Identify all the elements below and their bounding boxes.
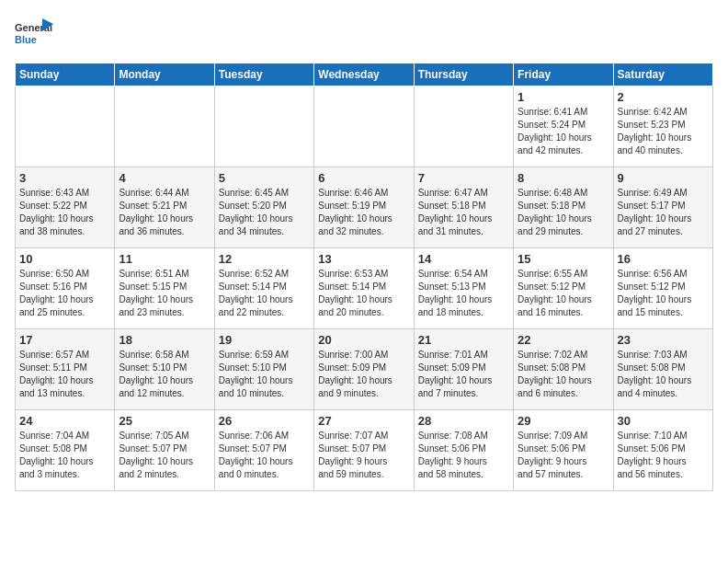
day-info: Sunrise: 6:56 AM Sunset: 5:12 PM Dayligh… [618, 268, 709, 319]
day-info: Sunrise: 6:52 AM Sunset: 5:14 PM Dayligh… [219, 268, 310, 319]
day-cell: 8Sunrise: 6:48 AM Sunset: 5:18 PM Daylig… [514, 167, 613, 248]
day-cell: 17Sunrise: 6:57 AM Sunset: 5:11 PM Dayli… [16, 329, 115, 410]
day-number: 26 [219, 414, 310, 428]
day-info: Sunrise: 7:01 AM Sunset: 5:09 PM Dayligh… [418, 349, 509, 400]
day-info: Sunrise: 7:05 AM Sunset: 5:07 PM Dayligh… [119, 430, 210, 481]
day-info: Sunrise: 6:58 AM Sunset: 5:10 PM Dayligh… [119, 349, 210, 400]
day-info: Sunrise: 6:42 AM Sunset: 5:23 PM Dayligh… [618, 106, 709, 157]
day-cell: 29Sunrise: 7:09 AM Sunset: 5:06 PM Dayli… [514, 410, 613, 491]
day-number: 29 [518, 414, 609, 428]
day-number: 22 [518, 333, 609, 347]
day-cell [214, 86, 313, 167]
day-cell: 21Sunrise: 7:01 AM Sunset: 5:09 PM Dayli… [414, 329, 513, 410]
day-info: Sunrise: 6:41 AM Sunset: 5:24 PM Dayligh… [518, 106, 609, 157]
day-number: 25 [119, 414, 210, 428]
day-cell: 12Sunrise: 6:52 AM Sunset: 5:14 PM Dayli… [214, 248, 313, 329]
day-info: Sunrise: 7:00 AM Sunset: 5:09 PM Dayligh… [318, 349, 409, 400]
day-cell [115, 86, 214, 167]
day-cell: 7Sunrise: 6:47 AM Sunset: 5:18 PM Daylig… [414, 167, 513, 248]
day-cell: 30Sunrise: 7:10 AM Sunset: 5:06 PM Dayli… [613, 410, 712, 491]
day-number: 9 [618, 171, 709, 185]
svg-text:Blue: Blue [15, 34, 37, 45]
day-number: 18 [119, 333, 210, 347]
day-cell: 1Sunrise: 6:41 AM Sunset: 5:24 PM Daylig… [514, 86, 613, 167]
day-info: Sunrise: 7:04 AM Sunset: 5:08 PM Dayligh… [19, 430, 110, 481]
day-info: Sunrise: 6:46 AM Sunset: 5:19 PM Dayligh… [318, 187, 409, 238]
day-number: 15 [518, 252, 609, 266]
day-cell: 27Sunrise: 7:07 AM Sunset: 5:07 PM Dayli… [314, 410, 414, 491]
day-info: Sunrise: 6:43 AM Sunset: 5:22 PM Dayligh… [19, 187, 110, 238]
day-number: 13 [318, 252, 409, 266]
day-number: 4 [119, 171, 210, 185]
day-info: Sunrise: 6:48 AM Sunset: 5:18 PM Dayligh… [518, 187, 609, 238]
day-number: 28 [418, 414, 509, 428]
week-row-5: 24Sunrise: 7:04 AM Sunset: 5:08 PM Dayli… [16, 410, 713, 491]
col-header-thursday: Thursday [414, 63, 513, 86]
day-cell: 26Sunrise: 7:06 AM Sunset: 5:07 PM Dayli… [214, 410, 313, 491]
day-info: Sunrise: 6:54 AM Sunset: 5:13 PM Dayligh… [418, 268, 509, 319]
day-cell: 3Sunrise: 6:43 AM Sunset: 5:22 PM Daylig… [16, 167, 115, 248]
day-cell: 24Sunrise: 7:04 AM Sunset: 5:08 PM Dayli… [16, 410, 115, 491]
day-cell: 28Sunrise: 7:08 AM Sunset: 5:06 PM Dayli… [414, 410, 513, 491]
day-cell: 14Sunrise: 6:54 AM Sunset: 5:13 PM Dayli… [414, 248, 513, 329]
day-cell [16, 86, 115, 167]
week-row-3: 10Sunrise: 6:50 AM Sunset: 5:16 PM Dayli… [16, 248, 713, 329]
day-cell: 13Sunrise: 6:53 AM Sunset: 5:14 PM Dayli… [314, 248, 414, 329]
day-info: Sunrise: 7:06 AM Sunset: 5:07 PM Dayligh… [219, 430, 310, 481]
week-row-4: 17Sunrise: 6:57 AM Sunset: 5:11 PM Dayli… [16, 329, 713, 410]
day-info: Sunrise: 6:50 AM Sunset: 5:16 PM Dayligh… [19, 268, 110, 319]
day-info: Sunrise: 7:09 AM Sunset: 5:06 PM Dayligh… [518, 430, 609, 481]
day-number: 1 [518, 90, 609, 104]
day-info: Sunrise: 6:57 AM Sunset: 5:11 PM Dayligh… [19, 349, 110, 400]
logo-icon: GeneralBlue [15, 15, 55, 55]
week-row-1: 1Sunrise: 6:41 AM Sunset: 5:24 PM Daylig… [16, 86, 713, 167]
day-info: Sunrise: 6:45 AM Sunset: 5:20 PM Dayligh… [219, 187, 310, 238]
day-info: Sunrise: 6:47 AM Sunset: 5:18 PM Dayligh… [418, 187, 509, 238]
day-info: Sunrise: 7:10 AM Sunset: 5:06 PM Dayligh… [618, 430, 709, 481]
day-number: 23 [618, 333, 709, 347]
day-info: Sunrise: 7:08 AM Sunset: 5:06 PM Dayligh… [418, 430, 509, 481]
day-number: 6 [318, 171, 409, 185]
day-cell: 19Sunrise: 6:59 AM Sunset: 5:10 PM Dayli… [214, 329, 313, 410]
day-number: 10 [19, 252, 110, 266]
day-number: 2 [618, 90, 709, 104]
day-cell: 15Sunrise: 6:55 AM Sunset: 5:12 PM Dayli… [514, 248, 613, 329]
day-cell: 5Sunrise: 6:45 AM Sunset: 5:20 PM Daylig… [214, 167, 313, 248]
week-row-2: 3Sunrise: 6:43 AM Sunset: 5:22 PM Daylig… [16, 167, 713, 248]
day-info: Sunrise: 7:02 AM Sunset: 5:08 PM Dayligh… [518, 349, 609, 400]
day-cell: 6Sunrise: 6:46 AM Sunset: 5:19 PM Daylig… [314, 167, 414, 248]
day-cell: 18Sunrise: 6:58 AM Sunset: 5:10 PM Dayli… [115, 329, 214, 410]
day-cell: 4Sunrise: 6:44 AM Sunset: 5:21 PM Daylig… [115, 167, 214, 248]
day-cell: 9Sunrise: 6:49 AM Sunset: 5:17 PM Daylig… [613, 167, 712, 248]
day-info: Sunrise: 6:44 AM Sunset: 5:21 PM Dayligh… [119, 187, 210, 238]
day-info: Sunrise: 7:07 AM Sunset: 5:07 PM Dayligh… [318, 430, 409, 481]
day-info: Sunrise: 6:55 AM Sunset: 5:12 PM Dayligh… [518, 268, 609, 319]
day-number: 12 [219, 252, 310, 266]
day-cell: 11Sunrise: 6:51 AM Sunset: 5:15 PM Dayli… [115, 248, 214, 329]
col-header-wednesday: Wednesday [314, 63, 414, 86]
calendar-table: SundayMondayTuesdayWednesdayThursdayFrid… [15, 63, 713, 491]
logo: GeneralBlue [15, 15, 55, 55]
day-number: 3 [19, 171, 110, 185]
day-cell: 25Sunrise: 7:05 AM Sunset: 5:07 PM Dayli… [115, 410, 214, 491]
day-cell: 23Sunrise: 7:03 AM Sunset: 5:08 PM Dayli… [613, 329, 712, 410]
day-number: 19 [219, 333, 310, 347]
col-header-saturday: Saturday [613, 63, 712, 86]
day-cell: 10Sunrise: 6:50 AM Sunset: 5:16 PM Dayli… [16, 248, 115, 329]
day-cell [414, 86, 513, 167]
day-number: 11 [119, 252, 210, 266]
header-row: SundayMondayTuesdayWednesdayThursdayFrid… [16, 63, 713, 86]
day-cell: 16Sunrise: 6:56 AM Sunset: 5:12 PM Dayli… [613, 248, 712, 329]
day-number: 24 [19, 414, 110, 428]
col-header-monday: Monday [115, 63, 214, 86]
day-number: 7 [418, 171, 509, 185]
day-info: Sunrise: 6:53 AM Sunset: 5:14 PM Dayligh… [318, 268, 409, 319]
day-number: 5 [219, 171, 310, 185]
day-number: 8 [518, 171, 609, 185]
header: GeneralBlue [15, 15, 713, 55]
day-number: 27 [318, 414, 409, 428]
day-info: Sunrise: 6:59 AM Sunset: 5:10 PM Dayligh… [219, 349, 310, 400]
col-header-tuesday: Tuesday [214, 63, 313, 86]
day-cell [314, 86, 414, 167]
day-number: 17 [19, 333, 110, 347]
